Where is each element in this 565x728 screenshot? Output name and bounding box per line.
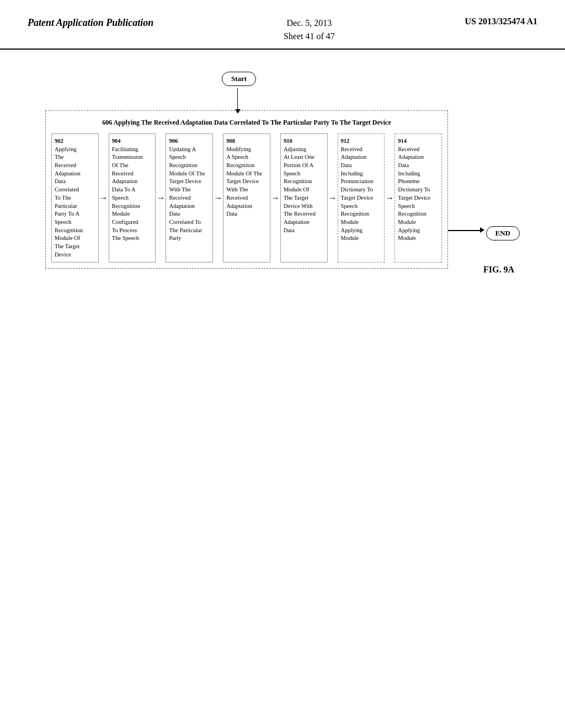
header-date-sheet: Dec. 5, 2013 Sheet 41 of 47	[284, 17, 335, 43]
cell-908-text: ModifyingA SpeechRecognitionModule Of Th…	[226, 146, 262, 217]
arrow-904-906: →	[156, 133, 166, 263]
start-node: Start	[222, 72, 256, 86]
cell-906-number: 906	[169, 137, 210, 146]
sheet-info: Sheet 41 of 47	[284, 31, 335, 41]
cell-904-text: FacilitatingTransmissionOf TheReceivedAd…	[112, 146, 143, 242]
cell-914-text: ReceivedAdaptationDataIncludingPhonemeDi…	[398, 146, 430, 242]
cell-912-number: 912	[341, 137, 382, 146]
end-node: END	[486, 226, 520, 240]
arrow-908-910: →	[270, 133, 280, 263]
flow-cell-904: 904 FacilitatingTransmissionOf TheReceiv…	[109, 133, 156, 263]
cell-906-text: Updating ASpeechRecognitionModule Of The…	[169, 146, 205, 242]
flow-cell-906: 906 Updating ASpeechRecognitionModule Of…	[166, 133, 213, 263]
flow-cell-910: 910 AdjustingAt Least OnePortion Of ASpe…	[280, 133, 328, 263]
flow-cell-908: 908 ModifyingA SpeechRecognitionModule O…	[223, 133, 270, 263]
cell-914-number: 914	[398, 137, 439, 146]
publication-date: Dec. 5, 2013	[287, 18, 332, 28]
arrow-906-908: →	[213, 133, 223, 263]
arrow-910-912: →	[328, 133, 338, 263]
cell-902-text: ApplyingTheReceivedAdaptationDataCorrela…	[55, 146, 83, 258]
flow-cell-912: 912 ReceivedAdaptationDataIncludingPronu…	[338, 133, 385, 263]
cell-904-number: 904	[112, 137, 153, 146]
outer-box-title: 606 Applying The Received Adaptation Dat…	[51, 116, 442, 129]
patent-number: US 2013/325474 A1	[465, 17, 537, 26]
publication-title: Patent Application Publication	[28, 17, 153, 29]
outer-process-box: 606 Applying The Received Adaptation Dat…	[45, 110, 448, 269]
cell-910-text: AdjustingAt Least OnePortion Of ASpeechR…	[284, 146, 316, 233]
figure-label: FIG. 9A	[483, 265, 514, 275]
main-content: Start 606 Applying The Received Adaptati…	[0, 50, 565, 83]
cell-912-text: ReceivedAdaptationDataIncludingPronuncia…	[341, 146, 374, 242]
page-header: Patent Application Publication Dec. 5, 2…	[0, 0, 565, 50]
start-arrow	[237, 88, 238, 110]
end-arrow	[448, 230, 481, 231]
flow-cell-914: 914 ReceivedAdaptationDataIncludingPhone…	[395, 133, 442, 263]
flow-cell-902: 902 ApplyingTheReceivedAdaptationDataCor…	[51, 133, 99, 263]
arrow-912-914: →	[385, 133, 395, 263]
cell-910-number: 910	[284, 137, 324, 146]
arrow-902-904: →	[99, 133, 109, 263]
cell-908-number: 908	[226, 137, 267, 146]
cell-902-number: 902	[55, 137, 95, 146]
flow-row: 902 ApplyingTheReceivedAdaptationDataCor…	[51, 133, 442, 263]
